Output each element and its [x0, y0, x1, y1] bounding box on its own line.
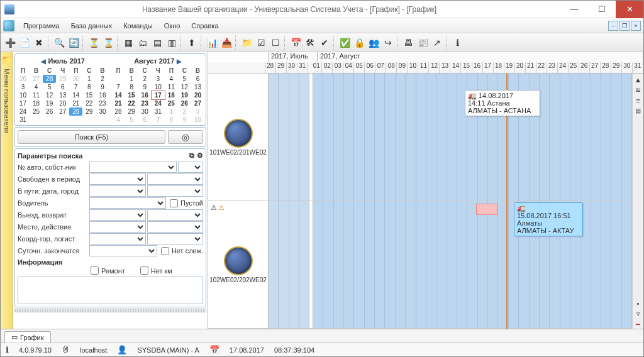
window-title: Название Вашей организации - Универсальн…	[18, 5, 560, 14]
search-bar: Поиск (F5) ◎	[14, 127, 206, 147]
route-city[interactable]	[147, 185, 204, 197]
bottom-tabs: ▭График	[1, 329, 643, 343]
tb-delete-icon[interactable]: ✖	[32, 36, 46, 50]
tb-tools-icon[interactable]: 🛠	[303, 36, 317, 50]
empty-check[interactable]	[170, 199, 178, 207]
event-card[interactable]: 🚛14.08.2017 14:11 Астана АЛМАТЫ - АСТАНА	[465, 90, 540, 116]
tb-checks-icon[interactable]: ✔	[318, 36, 331, 50]
rs-minus-icon[interactable]: ━	[636, 321, 640, 329]
rs-zoom-icon[interactable]: ⊞	[635, 107, 641, 115]
mdi-minimize[interactable]: –	[608, 21, 618, 31]
mdi-restore[interactable]: ❐	[619, 21, 630, 31]
auto-select[interactable]	[89, 162, 177, 173]
calendar-august[interactable]: Август 2017▶ ПВСЧПСВ12345678910111213141…	[111, 54, 206, 125]
repair-check[interactable]	[91, 266, 99, 275]
search-params: Параметры поиска ⧉⚙ № авто, собст-ник Св…	[14, 148, 206, 307]
close-button[interactable]: ✕	[616, 1, 643, 18]
folder-icon: 📁	[1, 55, 12, 65]
daily-select[interactable]	[89, 245, 157, 256]
truck-icon: 🚛	[517, 204, 526, 212]
rs-eq-icon[interactable]: ≡	[636, 97, 640, 104]
info-textarea[interactable]	[18, 277, 203, 304]
titlebar: Название Вашей организации - Универсальн…	[1, 1, 643, 18]
calendar-panel: ◀Июль 2017 ПВСЧПСВ2627282930123456789101…	[14, 53, 206, 126]
status-db-icon: 🛢	[62, 345, 70, 354]
cal-next-icon[interactable]: ▶	[177, 58, 182, 65]
depart-select[interactable]	[89, 209, 146, 221]
tb-sel-icon[interactable]: ☑	[254, 36, 268, 50]
tb-folder-icon[interactable]: 📁	[240, 36, 253, 50]
free-from[interactable]	[89, 173, 146, 185]
tb-copy-icon[interactable]: 📄	[18, 36, 31, 50]
menu-database[interactable]: База данных	[66, 21, 118, 31]
tb-import-icon[interactable]: 📥	[219, 36, 233, 50]
calendar-july[interactable]: ◀Июль 2017 ПВСЧПСВ2627282930123456789101…	[15, 54, 111, 125]
tb-filter2-icon[interactable]: ⌛	[101, 36, 115, 50]
driver-select[interactable]	[89, 197, 166, 209]
tb-info-icon[interactable]: ℹ	[450, 36, 464, 50]
tb-refresh-icon[interactable]: 🔄	[67, 36, 80, 50]
cal-prev-icon[interactable]: ◀	[41, 58, 46, 65]
rs-tri-icon[interactable]: ▿	[636, 310, 640, 318]
coord-select[interactable]	[89, 233, 146, 244]
notrack-check[interactable]	[161, 247, 169, 255]
maximize-button[interactable]: ☐	[588, 1, 616, 18]
side-tabstrip[interactable]: 📁 Меню пользователя	[1, 52, 13, 329]
route-date[interactable]	[89, 185, 146, 197]
resource-row[interactable]: ⚠⚠ 102WE02/202WE02	[208, 201, 268, 329]
copy-icon[interactable]: ⧉	[189, 151, 194, 160]
tb-new-icon[interactable]: ➕	[3, 36, 17, 50]
tb-list-icon[interactable]: ▥	[165, 36, 179, 50]
tb-filter-icon[interactable]: ⏳	[87, 36, 101, 50]
return-select[interactable]	[147, 209, 204, 221]
tb-grid-icon[interactable]: ▦	[121, 36, 135, 50]
rs-dot-icon[interactable]: •	[637, 300, 640, 307]
left-panel: ◀Июль 2017 ПВСЧПСВ2627282930123456789101…	[13, 52, 208, 329]
place-select[interactable]	[89, 221, 146, 233]
tb-exit-icon[interactable]: ↪	[381, 36, 395, 50]
action-select[interactable]	[147, 221, 204, 233]
database-icon	[3, 20, 14, 31]
tb-print-icon[interactable]: 🖶	[401, 36, 415, 50]
menu-help[interactable]: Справка	[186, 21, 223, 31]
tb-lock-icon[interactable]: 🔒	[352, 36, 366, 50]
status-bar: ℹ4.0.979.10 🛢localhost 👤SYSDBA (MAIN) - …	[1, 343, 643, 356]
menu-window[interactable]: Окно	[159, 21, 186, 31]
tb-unsel-icon[interactable]: ☐	[269, 36, 282, 50]
resource-code: 102WE02/202WE02	[209, 277, 267, 283]
tb-users-icon[interactable]: 👥	[367, 36, 380, 50]
splitter[interactable]	[14, 309, 206, 312]
target-button[interactable]: ◎	[168, 130, 203, 144]
nokm-check[interactable]	[140, 266, 148, 275]
tb-preview-icon[interactable]: 📰	[416, 36, 430, 50]
menu-commands[interactable]: Команды	[118, 21, 158, 31]
tb-ok-icon[interactable]: ✅	[338, 36, 352, 50]
right-toolstrip: ▲ ≋ ≡ ⊞ • ▿ ━	[632, 74, 643, 329]
rs-layers-icon[interactable]: ≋	[635, 86, 641, 94]
month-august: 2017, Август	[318, 52, 643, 62]
toolbar: ➕ 📄 ✖ 🔍 🔄 ⏳ ⌛ ▦ 🗂 ▤ ▥ ⬆ 📊 📥 📁 ☑ ☐ 📅 🛠 ✔ …	[1, 33, 643, 52]
resource-code: 101WE02/201WE02	[209, 149, 267, 156]
gear-icon[interactable]: ⚙	[197, 151, 203, 160]
side-tab-label: Меню пользователя	[3, 69, 11, 133]
free-to[interactable]	[147, 173, 204, 185]
tb-search-icon[interactable]: 🔍	[52, 36, 66, 50]
conflict-block[interactable]	[476, 204, 497, 215]
resource-row[interactable]: 101WE02/201WE02	[208, 74, 268, 201]
month-july: 2017, Июль	[269, 52, 318, 62]
menu-program[interactable]: Программа	[18, 21, 65, 31]
logist-select[interactable]	[147, 233, 204, 244]
tb-excel-icon[interactable]: 📊	[205, 36, 219, 50]
tb-tree-icon[interactable]: 🗂	[136, 36, 150, 50]
tb-share-icon[interactable]: ↗	[430, 36, 444, 50]
owner-select[interactable]	[178, 162, 203, 173]
tab-chart[interactable]: ▭График	[4, 331, 51, 343]
search-button[interactable]: Поиск (F5)	[18, 130, 165, 144]
tb-group-icon[interactable]: ▤	[150, 36, 164, 50]
mdi-close[interactable]: ×	[631, 21, 641, 31]
minimize-button[interactable]: —	[560, 1, 588, 18]
rs-up-icon[interactable]: ▲	[635, 76, 641, 84]
tb-up-icon[interactable]: ⬆	[185, 36, 199, 50]
event-card[interactable]: 🚛 15.08.2017 16:51 Алматы АЛМАТЫ - АКТАУ	[514, 202, 583, 236]
tb-cal-icon[interactable]: 📅	[289, 36, 303, 50]
